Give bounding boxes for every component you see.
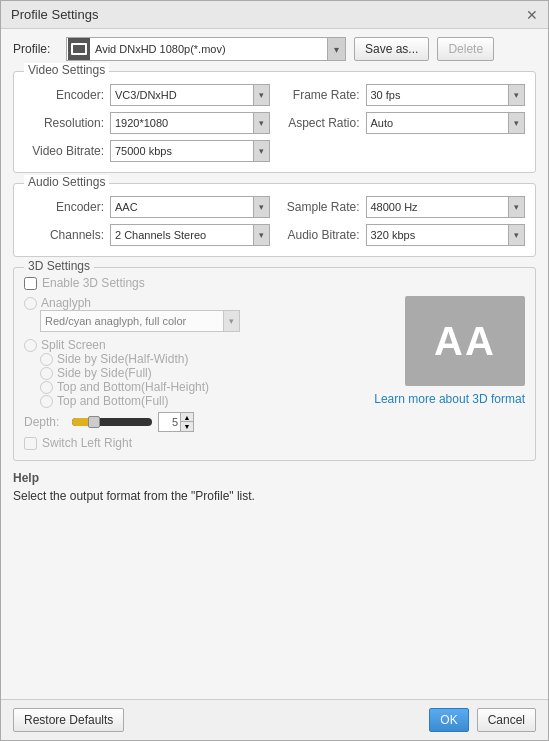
profile-icon bbox=[68, 38, 90, 60]
top-bottom-half-label: Top and Bottom(Half-Height) bbox=[57, 380, 209, 394]
profile-select[interactable]: Avid DNxHD 1080p(*.mov) bbox=[66, 37, 346, 61]
frame-rate-row: Frame Rate: 30 fps bbox=[280, 84, 526, 106]
side-by-side-half-radio[interactable] bbox=[40, 353, 53, 366]
channels-label: Channels: bbox=[24, 228, 104, 242]
help-text: Select the output format from the "Profi… bbox=[13, 489, 536, 503]
audio-bitrate-select[interactable]: 320 kbps bbox=[366, 224, 526, 246]
resolution-dropdown-arrow[interactable] bbox=[253, 113, 269, 133]
switch-label: Switch Left Right bbox=[42, 436, 132, 450]
side-by-side-full-row: Side by Side(Full) bbox=[24, 366, 366, 380]
footer: Restore Defaults OK Cancel bbox=[1, 699, 548, 740]
audio-bitrate-dropdown-arrow[interactable] bbox=[508, 225, 524, 245]
audio-encoder-select[interactable]: AAC bbox=[110, 196, 270, 218]
encoder-dropdown-arrow[interactable] bbox=[253, 85, 269, 105]
audio-bitrate-row: Audio Bitrate: 320 kbps bbox=[280, 224, 526, 246]
video-bitrate-label: Video Bitrate: bbox=[24, 144, 104, 158]
title-bar: Profile Settings ✕ bbox=[1, 1, 548, 29]
encoder-select[interactable]: VC3/DNxHD bbox=[110, 84, 270, 106]
3d-settings-title: 3D Settings bbox=[24, 259, 94, 273]
frame-rate-value: 30 fps bbox=[367, 89, 509, 101]
close-button[interactable]: ✕ bbox=[526, 8, 538, 22]
top-bottom-full-row: Top and Bottom(Full) bbox=[24, 394, 366, 408]
restore-defaults-button[interactable]: Restore Defaults bbox=[13, 708, 124, 732]
profile-dropdown-arrow[interactable] bbox=[327, 38, 345, 60]
depth-slider-thumb[interactable] bbox=[88, 416, 100, 428]
depth-down-button[interactable]: ▼ bbox=[181, 422, 193, 431]
depth-up-button[interactable]: ▲ bbox=[181, 413, 193, 422]
audio-settings-section: Audio Settings Encoder: AAC Sample Rate:… bbox=[13, 183, 536, 257]
sample-rate-value: 48000 Hz bbox=[367, 201, 509, 213]
anaglyph-dropdown-arrow bbox=[223, 311, 239, 331]
channels-select[interactable]: 2 Channels Stereo bbox=[110, 224, 270, 246]
audio-form-grid: Encoder: AAC Sample Rate: 48000 Hz Chann… bbox=[24, 196, 525, 246]
aspect-ratio-select[interactable]: Auto bbox=[366, 112, 526, 134]
side-by-side-full-radio[interactable] bbox=[40, 367, 53, 380]
depth-label: Depth: bbox=[24, 415, 66, 429]
delete-button[interactable]: Delete bbox=[437, 37, 494, 61]
ok-button[interactable]: OK bbox=[429, 708, 468, 732]
frame-rate-label: Frame Rate: bbox=[280, 88, 360, 102]
preview-box: AA bbox=[405, 296, 525, 386]
footer-right: OK Cancel bbox=[429, 708, 536, 732]
3d-settings-section: 3D Settings Enable 3D Settings Anaglyph … bbox=[13, 267, 536, 461]
depth-value: 5 bbox=[159, 413, 180, 431]
depth-row: Depth: 5 ▲ ▼ bbox=[24, 412, 366, 432]
frame-rate-dropdown-arrow[interactable] bbox=[508, 85, 524, 105]
preview-area: AA Learn more about 3D format bbox=[374, 296, 525, 450]
top-bottom-full-radio[interactable] bbox=[40, 395, 53, 408]
sample-rate-label: Sample Rate: bbox=[280, 200, 360, 214]
aspect-ratio-label: Aspect Ratio: bbox=[280, 116, 360, 130]
switch-left-right-checkbox[interactable] bbox=[24, 437, 37, 450]
audio-encoder-dropdown-arrow[interactable] bbox=[253, 197, 269, 217]
video-bitrate-value: 75000 kbps bbox=[111, 145, 253, 157]
audio-settings-title: Audio Settings bbox=[24, 175, 109, 189]
top-bottom-half-row: Top and Bottom(Half-Height) bbox=[24, 380, 366, 394]
split-screen-label: Split Screen bbox=[41, 338, 106, 352]
audio-bitrate-label: Audio Bitrate: bbox=[280, 228, 360, 242]
depth-slider-track[interactable] bbox=[72, 418, 152, 426]
sample-rate-select[interactable]: 48000 Hz bbox=[366, 196, 526, 218]
aspect-ratio-value: Auto bbox=[367, 117, 509, 129]
frame-rate-select[interactable]: 30 fps bbox=[366, 84, 526, 106]
3d-left: Anaglyph Red/cyan anaglyph, full color S… bbox=[24, 296, 366, 450]
anaglyph-row: Anaglyph bbox=[24, 296, 366, 310]
aspect-ratio-row: Aspect Ratio: Auto bbox=[280, 112, 526, 134]
aspect-ratio-dropdown-arrow[interactable] bbox=[508, 113, 524, 133]
video-bitrate-dropdown-arrow[interactable] bbox=[253, 141, 269, 161]
resolution-label: Resolution: bbox=[24, 116, 104, 130]
video-bitrate-select[interactable]: 75000 kbps bbox=[110, 140, 270, 162]
resolution-row: Resolution: 1920*1080 bbox=[24, 112, 270, 134]
dialog: Profile Settings ✕ Profile: Avid DNxHD 1… bbox=[0, 0, 549, 741]
content-area: Profile: Avid DNxHD 1080p(*.mov) Save as… bbox=[1, 29, 548, 699]
enable-3d-label[interactable]: Enable 3D Settings bbox=[42, 276, 145, 290]
channels-row: Channels: 2 Channels Stereo bbox=[24, 224, 270, 246]
3d-content: Anaglyph Red/cyan anaglyph, full color S… bbox=[24, 296, 525, 450]
enable-3d-checkbox[interactable] bbox=[24, 277, 37, 290]
audio-encoder-row: Encoder: AAC bbox=[24, 196, 270, 218]
side-by-side-half-row: Side by Side(Half-Width) bbox=[24, 352, 366, 366]
resolution-select[interactable]: 1920*1080 bbox=[110, 112, 270, 134]
video-settings-title: Video Settings bbox=[24, 63, 109, 77]
side-by-side-full-label: Side by Side(Full) bbox=[57, 366, 152, 380]
enable-3d-row: Enable 3D Settings bbox=[24, 276, 525, 290]
video-form-grid: Encoder: VC3/DNxHD Frame Rate: 30 fps Re… bbox=[24, 84, 525, 162]
save-as-button[interactable]: Save as... bbox=[354, 37, 429, 61]
sample-rate-dropdown-arrow[interactable] bbox=[508, 197, 524, 217]
learn-more-link[interactable]: Learn more about 3D format bbox=[374, 392, 525, 406]
anaglyph-radio[interactable] bbox=[24, 297, 37, 310]
encoder-label: Encoder: bbox=[24, 88, 104, 102]
video-bitrate-row: Video Bitrate: 75000 kbps bbox=[24, 140, 270, 162]
depth-input[interactable]: 5 ▲ ▼ bbox=[158, 412, 194, 432]
split-screen-radio[interactable] bbox=[24, 339, 37, 352]
audio-encoder-value: AAC bbox=[111, 201, 253, 213]
dialog-title: Profile Settings bbox=[11, 7, 98, 22]
cancel-button[interactable]: Cancel bbox=[477, 708, 536, 732]
top-bottom-full-label: Top and Bottom(Full) bbox=[57, 394, 168, 408]
depth-spinner: ▲ ▼ bbox=[180, 413, 193, 431]
top-bottom-half-radio[interactable] bbox=[40, 381, 53, 394]
profile-label: Profile: bbox=[13, 42, 58, 56]
sample-rate-row: Sample Rate: 48000 Hz bbox=[280, 196, 526, 218]
switch-row: Switch Left Right bbox=[24, 436, 366, 450]
channels-dropdown-arrow[interactable] bbox=[253, 225, 269, 245]
anaglyph-value: Red/cyan anaglyph, full color bbox=[41, 315, 223, 327]
